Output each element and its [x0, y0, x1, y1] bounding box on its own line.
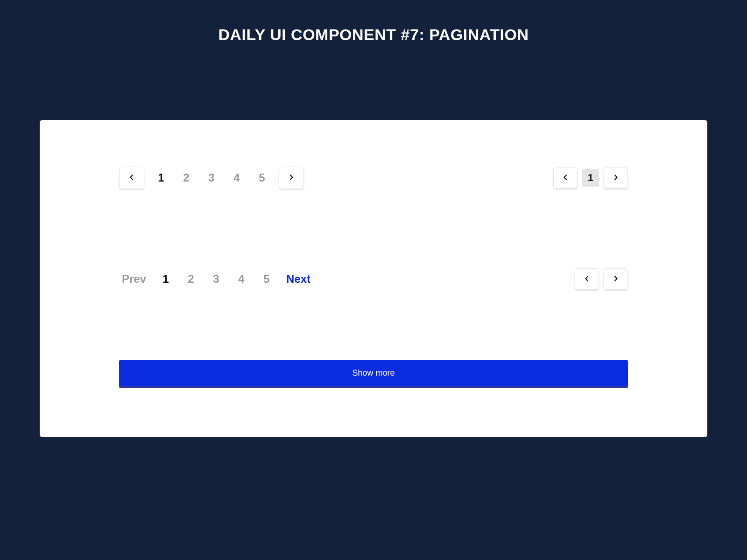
next-page-button[interactable] [604, 268, 628, 290]
examples-row-2: Prev 1 2 3 4 5 Next [119, 268, 628, 290]
next-page-button[interactable] [604, 167, 628, 189]
prev-page-button[interactable] [575, 268, 599, 290]
prev-page-button[interactable] [553, 167, 578, 189]
prev-page-button[interactable] [119, 167, 144, 189]
page-number-4[interactable]: 4 [233, 271, 250, 287]
current-page-chip: 1 [582, 169, 599, 187]
page-number-1[interactable]: 1 [157, 271, 174, 287]
page-number-2[interactable]: 2 [183, 271, 199, 287]
chevron-left-icon [562, 174, 569, 182]
prev-link[interactable]: Prev [119, 271, 149, 287]
page-number-4[interactable]: 4 [228, 169, 245, 186]
page-number-5[interactable]: 5 [254, 169, 270, 186]
page-title: DAILY UI COMPONENT #7: PAGINATION [0, 26, 747, 52]
page-number-3[interactable]: 3 [208, 271, 225, 287]
chevron-right-icon [612, 275, 620, 284]
next-link[interactable]: Next [283, 271, 313, 287]
chevron-left-icon [128, 174, 135, 182]
examples-row-1: 1 2 3 4 5 1 [119, 167, 628, 189]
pagination-numbered: 1 2 3 4 5 [119, 167, 304, 189]
page-number-2[interactable]: 2 [178, 169, 195, 186]
page-number-3[interactable]: 3 [203, 169, 220, 186]
chevron-right-icon [288, 174, 295, 182]
page-number-5[interactable]: 5 [258, 271, 275, 287]
pagination-compact: 1 [553, 167, 628, 189]
show-more-button[interactable]: Show more [119, 360, 628, 386]
chevron-right-icon [612, 174, 620, 182]
pagination-arrows-only [575, 268, 628, 290]
pagination-text-links: Prev 1 2 3 4 5 Next [119, 271, 313, 287]
next-page-button[interactable] [279, 167, 304, 189]
chevron-left-icon [583, 275, 591, 284]
page-number-1[interactable]: 1 [153, 169, 169, 186]
examples-card: 1 2 3 4 5 1 [40, 120, 707, 437]
